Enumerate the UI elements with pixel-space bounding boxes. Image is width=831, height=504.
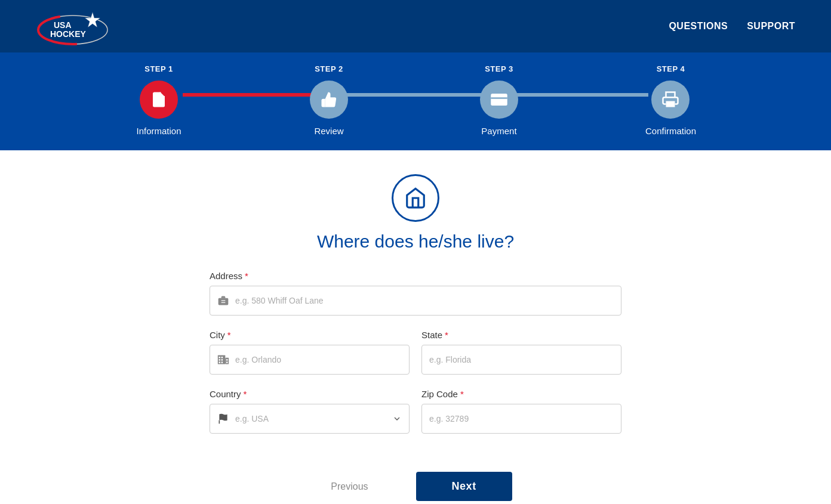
step-4-name: Confirmation	[645, 126, 696, 136]
zip-required: *	[460, 389, 464, 399]
svg-rect-16	[219, 357, 221, 358]
svg-rect-7	[491, 94, 507, 106]
step-2-number: STEP 2	[315, 64, 343, 73]
site-header: USA HOCKEY QUESTIONS SUPPORT	[0, 0, 831, 52]
address-form: Address * City *	[210, 271, 621, 501]
state-label: State *	[421, 330, 621, 340]
country-zip-row: Country * e.g. USA USA Canada	[210, 389, 621, 448]
progress-lines	[183, 93, 648, 97]
progress-section: STEP 1 Information STEP 2	[0, 52, 831, 150]
step-2: STEP 2 Review	[305, 64, 353, 136]
step-3: STEP 3 Payment	[475, 64, 523, 136]
country-select-wrapper: e.g. USA USA Canada	[210, 404, 410, 434]
main-title: Where does he/she live?	[317, 231, 514, 252]
zip-input[interactable]	[429, 414, 614, 423]
state-required: *	[445, 330, 448, 340]
address-label: Address *	[210, 271, 621, 281]
city-required: *	[227, 330, 231, 340]
step-3-name: Payment	[481, 126, 516, 136]
logo[interactable]: USA HOCKEY	[36, 7, 113, 46]
country-field-group: Country * e.g. USA USA Canada	[210, 389, 410, 434]
step-2-circle	[310, 81, 348, 119]
svg-rect-18	[219, 359, 221, 361]
state-input[interactable]	[429, 355, 614, 364]
city-input[interactable]	[235, 355, 402, 364]
svg-rect-20	[219, 361, 221, 363]
address-input[interactable]	[235, 296, 614, 305]
printer-icon	[661, 91, 679, 109]
zip-field-group: Zip Code *	[421, 389, 621, 434]
svg-text:HOCKEY: HOCKEY	[50, 29, 87, 39]
progress-track: STEP 1 Information STEP 2	[87, 64, 744, 136]
address-field-group: Address *	[210, 271, 621, 316]
home-icon	[404, 187, 427, 209]
chevron-down-icon	[392, 414, 402, 423]
city-input-wrapper	[210, 345, 410, 375]
svg-rect-10	[218, 298, 229, 305]
city-label: City *	[210, 330, 410, 340]
step-4-circle	[651, 81, 690, 119]
button-row: Previous Next	[210, 472, 621, 501]
document-icon	[150, 91, 168, 109]
step-3-number: STEP 3	[485, 64, 513, 73]
previous-button[interactable]: Previous	[319, 474, 380, 499]
zip-label: Zip Code *	[421, 389, 621, 399]
step-1-name: Information	[136, 126, 181, 136]
usa-hockey-logo-svg: USA HOCKEY	[36, 7, 113, 46]
questions-link[interactable]: QUESTIONS	[669, 21, 728, 32]
state-input-wrapper	[421, 345, 621, 375]
address-input-wrapper	[210, 286, 621, 316]
state-field-group: State *	[421, 330, 621, 375]
creditcard-icon	[490, 91, 508, 109]
city-field-group: City *	[210, 330, 410, 375]
city-icon	[217, 354, 229, 366]
address-required: *	[245, 271, 248, 281]
main-content: Where does he/she live? Address *	[0, 150, 831, 504]
svg-rect-19	[221, 359, 223, 361]
city-state-row: City *	[210, 330, 621, 389]
address-icon	[217, 295, 229, 307]
country-required: *	[244, 389, 247, 399]
header-nav: QUESTIONS SUPPORT	[669, 21, 795, 32]
flag-icon	[217, 413, 229, 425]
svg-rect-15	[225, 358, 229, 364]
step-1: STEP 1 Information	[135, 64, 183, 136]
home-icon-circle	[392, 174, 439, 222]
svg-text:USA: USA	[54, 20, 72, 30]
support-link[interactable]: SUPPORT	[747, 21, 795, 32]
step-1-number: STEP 1	[144, 64, 173, 73]
step-2-name: Review	[314, 126, 343, 136]
svg-rect-21	[221, 361, 223, 363]
step-4-number: STEP 4	[657, 64, 685, 73]
svg-rect-17	[221, 357, 223, 358]
zip-input-wrapper	[421, 404, 621, 434]
svg-rect-22	[226, 359, 228, 361]
step-4: STEP 4 Confirmation	[645, 64, 696, 136]
svg-rect-9	[666, 101, 675, 107]
step-1-circle	[140, 81, 178, 119]
country-select[interactable]: e.g. USA USA Canada	[235, 414, 392, 423]
next-button[interactable]: Next	[416, 472, 512, 501]
svg-rect-23	[226, 361, 228, 363]
step-3-circle	[480, 81, 518, 119]
country-label: Country *	[210, 389, 410, 399]
thumbsup-icon	[320, 91, 338, 109]
